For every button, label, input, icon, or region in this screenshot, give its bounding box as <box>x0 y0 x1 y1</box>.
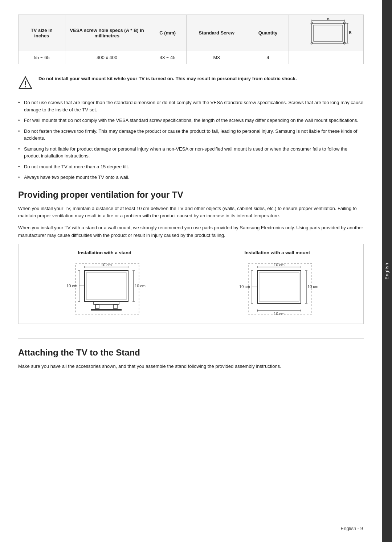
cell-diagram <box>289 51 364 64</box>
diagram-stand: Installation with a stand <box>19 244 191 324</box>
col-header-tv: TV size in inches <box>19 15 65 51</box>
warning-box: Do not install your wall mount kit while… <box>18 75 364 90</box>
ventilation-body2: When you install your TV with a stand or… <box>18 224 364 239</box>
diagram-wall-title: Installation with a wall mount <box>197 250 358 255</box>
side-tab: English <box>382 0 392 542</box>
col-header-c: C (mm) <box>149 15 186 51</box>
svg-rect-19 <box>86 272 126 300</box>
cell-c-mm: 43 ~ 45 <box>149 51 186 64</box>
svg-text:10 cm: 10 cm <box>307 284 318 289</box>
ventilation-heading: Providing proper ventilation for your TV <box>18 190 364 200</box>
svg-rect-23 <box>91 309 122 311</box>
warning-icon <box>18 76 33 90</box>
col-header-vesa: VESA screw hole specs (A * B) in millime… <box>65 15 149 51</box>
warning-text: Do not install your wall mount kit while… <box>38 75 297 82</box>
cell-vesa: 400 x 400 <box>65 51 149 64</box>
svg-rect-1 <box>314 25 343 41</box>
diagram-wall: Installation with a wall mount <box>191 244 364 324</box>
bullet-list: Do not use screws that are longer than t… <box>18 99 364 181</box>
vesa-diagram-header: A B <box>301 18 352 47</box>
ventilation-diagrams: Installation with a stand <box>18 244 364 324</box>
diagram-stand-area: 10 cm 10 cm 10 cm <box>24 260 185 318</box>
diagram-wall-svg: 10 cm 10 cm 10 cm <box>234 260 321 318</box>
svg-text:A: A <box>327 18 329 21</box>
svg-text:10 cm: 10 cm <box>239 284 250 289</box>
ventilation-body1: When you install your TV, maintain a dis… <box>18 205 364 220</box>
svg-rect-39 <box>259 272 299 301</box>
svg-rect-0 <box>312 23 344 43</box>
cell-tv-size: 55 ~ 65 <box>19 51 65 64</box>
svg-rect-20 <box>94 301 119 304</box>
svg-point-16 <box>25 86 26 87</box>
cell-screw: M8 <box>186 51 247 64</box>
diagram-stand-svg: 10 cm 10 cm 10 cm <box>61 260 148 318</box>
svg-rect-18 <box>85 271 128 301</box>
bullet-item: Do not mount the TV at more than a 15 de… <box>18 163 364 171</box>
svg-text:10 cm: 10 cm <box>101 263 112 267</box>
page-footer: English - 9 <box>341 526 363 531</box>
attaching-body: Make sure you have all the accessories s… <box>18 363 364 370</box>
svg-text:10 cm: 10 cm <box>66 284 77 288</box>
bullet-item: For wall mounts that do not comply with … <box>18 117 364 124</box>
svg-rect-38 <box>257 271 301 303</box>
svg-text:10 cm: 10 cm <box>274 263 285 267</box>
specs-table: TV size in inches VESA screw hole specs … <box>18 15 364 64</box>
bullet-item: Always have two people mount the TV onto… <box>18 174 364 181</box>
cell-quantity: 4 <box>247 51 289 64</box>
diagram-stand-title: Installation with a stand <box>24 250 185 255</box>
col-header-qty: Quantity <box>247 15 289 51</box>
svg-text:10 cm: 10 cm <box>274 312 285 316</box>
svg-text:B: B <box>349 31 351 35</box>
attaching-heading: Attaching the TV to the Stand <box>18 348 364 358</box>
bullet-item: Do not fasten the screws too firmly. Thi… <box>18 128 364 142</box>
section-divider <box>18 338 364 339</box>
bullet-item: Do not use screws that are longer than t… <box>18 99 364 113</box>
bullet-item: Samsung is not liable for product damage… <box>18 145 364 160</box>
main-content: TV size in inches VESA screw hole specs … <box>0 0 382 542</box>
svg-rect-22 <box>114 304 117 309</box>
col-header-diagram: A B <box>289 15 364 51</box>
svg-text:10 cm: 10 cm <box>135 284 146 288</box>
col-header-screw: Standard Screw <box>186 15 247 51</box>
diagram-wall-area: 10 cm 10 cm 10 cm <box>197 260 358 318</box>
side-tab-label: English <box>384 263 389 279</box>
svg-rect-21 <box>95 304 99 309</box>
